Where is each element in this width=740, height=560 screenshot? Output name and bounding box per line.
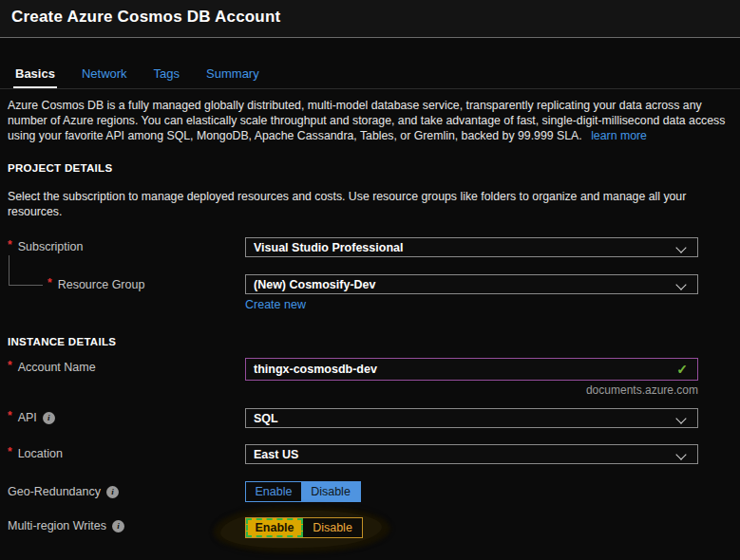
resource-group-dropdown[interactable]: (New) Cosmosify-Dev xyxy=(245,274,698,294)
chevron-down-icon xyxy=(675,413,686,423)
api-label: * API i xyxy=(8,411,55,424)
geo-redundancy-label: Geo-Redundancy i xyxy=(8,485,119,498)
tree-connector-horizontal xyxy=(9,285,43,286)
multi-region-writes-disable-button[interactable]: Disable xyxy=(303,518,362,537)
chevron-down-icon xyxy=(675,449,686,459)
tab-summary[interactable]: Summary xyxy=(204,66,261,88)
subscription-dropdown[interactable]: Visual Studio Professional xyxy=(245,237,698,257)
chevron-down-icon xyxy=(675,279,686,289)
account-name-label: * Account Name xyxy=(8,361,96,374)
tab-tags[interactable]: Tags xyxy=(152,66,181,88)
learn-more-link[interactable]: learn more xyxy=(591,129,647,142)
project-details-heading: PROJECT DETAILS xyxy=(8,162,112,174)
geo-redundancy-toggle: Enable Disable xyxy=(245,481,361,502)
tab-basics[interactable]: Basics xyxy=(13,66,57,88)
geo-redundancy-enable-button[interactable]: Enable xyxy=(246,482,301,501)
project-details-description: Select the subscription to manage deploy… xyxy=(8,190,715,219)
required-icon: * xyxy=(8,445,12,458)
page-title: Create Azure Cosmos DB Account xyxy=(11,8,280,27)
service-description: Azure Cosmos DB is a fully managed globa… xyxy=(8,98,735,143)
location-label: * Location xyxy=(8,447,63,460)
tab-bar: Basics Network Tags Summary xyxy=(0,61,740,89)
required-icon: * xyxy=(47,276,52,289)
info-icon[interactable]: i xyxy=(106,486,119,498)
geo-redundancy-disable-button[interactable]: Disable xyxy=(301,482,360,501)
api-dropdown[interactable]: SQL xyxy=(245,408,698,428)
location-dropdown[interactable]: East US xyxy=(245,444,698,464)
api-value: SQL xyxy=(254,412,278,425)
multi-region-writes-toggle: Enable Disable xyxy=(245,517,363,538)
create-new-link[interactable]: Create new xyxy=(245,298,306,311)
subscription-label: * Subscription xyxy=(8,240,83,253)
info-icon[interactable]: i xyxy=(43,412,55,424)
tab-network[interactable]: Network xyxy=(80,66,129,88)
info-icon[interactable]: i xyxy=(112,520,124,532)
account-name-value: thingx-cosmosdb-dev xyxy=(254,363,676,376)
multi-region-writes-enable-button[interactable]: Enable xyxy=(246,518,303,537)
valid-check-icon: ✓ xyxy=(676,362,688,377)
tree-connector-vertical xyxy=(9,255,9,286)
resource-group-value: (New) Cosmosify-Dev xyxy=(254,278,376,291)
subscription-value: Visual Studio Professional xyxy=(254,241,403,254)
multi-region-writes-label: Multi-region Writes i xyxy=(8,519,124,532)
resource-group-label: * Resource Group xyxy=(47,278,144,291)
chevron-down-icon xyxy=(675,242,686,252)
domain-hint: documents.azure.com xyxy=(245,383,698,397)
required-icon: * xyxy=(8,238,12,252)
required-icon: * xyxy=(8,409,12,422)
location-value: East US xyxy=(254,448,298,461)
instance-details-heading: INSTANCE DETAILS xyxy=(8,336,116,347)
required-icon: * xyxy=(8,359,12,372)
account-name-input[interactable]: thingx-cosmosdb-dev ✓ xyxy=(245,358,698,381)
